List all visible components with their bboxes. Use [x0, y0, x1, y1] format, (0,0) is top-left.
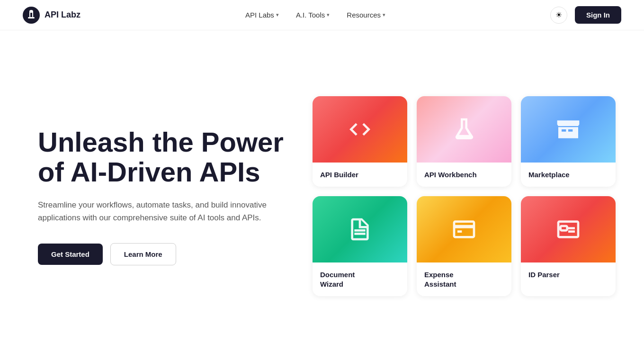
hero-buttons: Get Started Learn More — [38, 243, 313, 265]
card-api-workbench-image — [417, 96, 511, 163]
navbar: API Labz API Labs ▾ A.I. Tools ▾ Resourc… — [0, 0, 644, 30]
nav-item-api-labs[interactable]: API Labs ▾ — [245, 11, 279, 19]
feature-cards-grid: API Builder API Workbench — [313, 96, 616, 297]
card-expense-assistant-label: ExpenseAssistant — [417, 262, 511, 296]
card-document-wizard-image — [313, 196, 407, 262]
brand-logo-icon — [23, 7, 40, 24]
card-marketplace-label: Marketplace — [521, 163, 616, 187]
hero-section: Unleash the Power of AI-Driven APIs Stre… — [0, 30, 644, 362]
card-marketplace-image — [521, 96, 616, 163]
hero-title: Unleash the Power of AI-Driven APIs — [38, 127, 313, 188]
card-api-workbench[interactable]: API Workbench — [417, 96, 511, 187]
svg-rect-1 — [28, 17, 35, 18]
nav-brand: API Labz — [23, 7, 80, 24]
card-api-builder-image — [313, 96, 407, 163]
credit-card-icon — [451, 216, 477, 243]
hero-subtitle: Streamline your workflows, automate task… — [38, 199, 284, 224]
flask-icon — [451, 116, 477, 143]
card-marketplace[interactable]: Marketplace — [521, 96, 616, 187]
theme-toggle-button[interactable]: ☀ — [550, 7, 567, 24]
chevron-down-icon: ▾ — [327, 12, 330, 18]
id-card-icon — [555, 216, 581, 243]
card-api-builder-label: API Builder — [313, 163, 407, 187]
card-id-parser-label: ID Parser — [521, 262, 616, 287]
hero-content: Unleash the Power of AI-Driven APIs Stre… — [38, 127, 313, 266]
nav-item-ai-tools[interactable]: A.I. Tools ▾ — [296, 11, 330, 19]
nav-item-resources[interactable]: Resources ▾ — [347, 11, 385, 19]
card-expense-assistant[interactable]: ExpenseAssistant — [417, 196, 511, 296]
card-id-parser[interactable]: ID Parser — [521, 196, 616, 296]
card-id-parser-image — [521, 196, 616, 262]
card-document-wizard-label: DocumentWizard — [313, 262, 407, 296]
document-icon — [347, 216, 373, 243]
sun-icon: ☀ — [555, 10, 562, 19]
card-api-builder[interactable]: API Builder — [313, 96, 407, 187]
code-icon — [347, 116, 373, 143]
chevron-down-icon: ▾ — [383, 12, 385, 18]
nav-right: ☀ Sign In — [550, 6, 621, 24]
get-started-button[interactable]: Get Started — [38, 244, 103, 265]
store-icon — [555, 116, 581, 143]
svg-point-0 — [23, 7, 40, 24]
nav-center: API Labs ▾ A.I. Tools ▾ Resources ▾ — [245, 11, 385, 19]
svg-point-4 — [29, 10, 33, 13]
brand-name: API Labz — [45, 10, 80, 20]
card-expense-assistant-image — [417, 196, 511, 262]
learn-more-button[interactable]: Learn More — [110, 243, 176, 265]
card-api-workbench-label: API Workbench — [417, 163, 511, 187]
chevron-down-icon: ▾ — [276, 12, 279, 18]
sign-in-button[interactable]: Sign In — [575, 6, 621, 24]
card-document-wizard[interactable]: DocumentWizard — [313, 196, 407, 296]
